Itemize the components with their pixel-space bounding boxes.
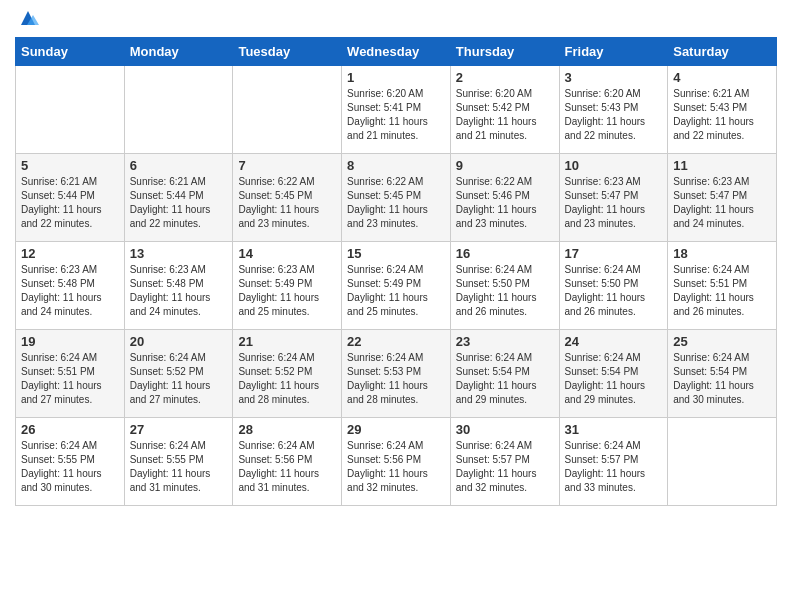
calendar-cell: 21Sunrise: 6:24 AMSunset: 5:52 PMDayligh…	[233, 330, 342, 418]
day-number: 17	[565, 246, 663, 261]
day-info: Sunrise: 6:23 AMSunset: 5:48 PMDaylight:…	[21, 263, 119, 319]
day-number: 11	[673, 158, 771, 173]
day-number: 20	[130, 334, 228, 349]
calendar-table: SundayMondayTuesdayWednesdayThursdayFrid…	[15, 37, 777, 506]
day-header-sunday: Sunday	[16, 38, 125, 66]
day-info: Sunrise: 6:23 AMSunset: 5:47 PMDaylight:…	[565, 175, 663, 231]
day-number: 12	[21, 246, 119, 261]
day-number: 7	[238, 158, 336, 173]
day-number: 29	[347, 422, 445, 437]
day-info: Sunrise: 6:24 AMSunset: 5:55 PMDaylight:…	[130, 439, 228, 495]
day-number: 8	[347, 158, 445, 173]
day-info: Sunrise: 6:24 AMSunset: 5:56 PMDaylight:…	[347, 439, 445, 495]
calendar-cell: 28Sunrise: 6:24 AMSunset: 5:56 PMDayligh…	[233, 418, 342, 506]
day-info: Sunrise: 6:24 AMSunset: 5:52 PMDaylight:…	[238, 351, 336, 407]
day-header-saturday: Saturday	[668, 38, 777, 66]
calendar-cell: 30Sunrise: 6:24 AMSunset: 5:57 PMDayligh…	[450, 418, 559, 506]
calendar-cell: 14Sunrise: 6:23 AMSunset: 5:49 PMDayligh…	[233, 242, 342, 330]
logo-icon	[17, 7, 39, 29]
day-info: Sunrise: 6:21 AMSunset: 5:43 PMDaylight:…	[673, 87, 771, 143]
day-number: 3	[565, 70, 663, 85]
calendar-cell: 7Sunrise: 6:22 AMSunset: 5:45 PMDaylight…	[233, 154, 342, 242]
day-number: 19	[21, 334, 119, 349]
day-number: 10	[565, 158, 663, 173]
day-number: 16	[456, 246, 554, 261]
day-info: Sunrise: 6:24 AMSunset: 5:50 PMDaylight:…	[456, 263, 554, 319]
day-number: 15	[347, 246, 445, 261]
calendar-cell: 24Sunrise: 6:24 AMSunset: 5:54 PMDayligh…	[559, 330, 668, 418]
calendar-cell: 12Sunrise: 6:23 AMSunset: 5:48 PMDayligh…	[16, 242, 125, 330]
calendar-cell	[668, 418, 777, 506]
day-number: 1	[347, 70, 445, 85]
calendar-cell	[233, 66, 342, 154]
calendar-cell: 22Sunrise: 6:24 AMSunset: 5:53 PMDayligh…	[342, 330, 451, 418]
calendar-cell: 23Sunrise: 6:24 AMSunset: 5:54 PMDayligh…	[450, 330, 559, 418]
day-info: Sunrise: 6:23 AMSunset: 5:47 PMDaylight:…	[673, 175, 771, 231]
day-header-monday: Monday	[124, 38, 233, 66]
day-number: 5	[21, 158, 119, 173]
day-info: Sunrise: 6:23 AMSunset: 5:48 PMDaylight:…	[130, 263, 228, 319]
day-number: 25	[673, 334, 771, 349]
calendar-cell: 8Sunrise: 6:22 AMSunset: 5:45 PMDaylight…	[342, 154, 451, 242]
day-info: Sunrise: 6:20 AMSunset: 5:41 PMDaylight:…	[347, 87, 445, 143]
header	[15, 10, 777, 29]
day-header-wednesday: Wednesday	[342, 38, 451, 66]
day-number: 28	[238, 422, 336, 437]
day-info: Sunrise: 6:24 AMSunset: 5:56 PMDaylight:…	[238, 439, 336, 495]
day-header-tuesday: Tuesday	[233, 38, 342, 66]
day-info: Sunrise: 6:24 AMSunset: 5:54 PMDaylight:…	[673, 351, 771, 407]
day-number: 21	[238, 334, 336, 349]
calendar-cell: 10Sunrise: 6:23 AMSunset: 5:47 PMDayligh…	[559, 154, 668, 242]
calendar-cell	[16, 66, 125, 154]
calendar-cell: 9Sunrise: 6:22 AMSunset: 5:46 PMDaylight…	[450, 154, 559, 242]
calendar-cell: 6Sunrise: 6:21 AMSunset: 5:44 PMDaylight…	[124, 154, 233, 242]
day-info: Sunrise: 6:24 AMSunset: 5:57 PMDaylight:…	[456, 439, 554, 495]
day-number: 31	[565, 422, 663, 437]
calendar-cell: 4Sunrise: 6:21 AMSunset: 5:43 PMDaylight…	[668, 66, 777, 154]
day-info: Sunrise: 6:24 AMSunset: 5:51 PMDaylight:…	[21, 351, 119, 407]
day-info: Sunrise: 6:24 AMSunset: 5:49 PMDaylight:…	[347, 263, 445, 319]
day-info: Sunrise: 6:24 AMSunset: 5:54 PMDaylight:…	[456, 351, 554, 407]
calendar-cell: 19Sunrise: 6:24 AMSunset: 5:51 PMDayligh…	[16, 330, 125, 418]
page: SundayMondayTuesdayWednesdayThursdayFrid…	[0, 0, 792, 612]
day-info: Sunrise: 6:24 AMSunset: 5:50 PMDaylight:…	[565, 263, 663, 319]
calendar-cell: 18Sunrise: 6:24 AMSunset: 5:51 PMDayligh…	[668, 242, 777, 330]
calendar-cell: 26Sunrise: 6:24 AMSunset: 5:55 PMDayligh…	[16, 418, 125, 506]
calendar-cell: 27Sunrise: 6:24 AMSunset: 5:55 PMDayligh…	[124, 418, 233, 506]
calendar-cell: 31Sunrise: 6:24 AMSunset: 5:57 PMDayligh…	[559, 418, 668, 506]
calendar-cell: 1Sunrise: 6:20 AMSunset: 5:41 PMDaylight…	[342, 66, 451, 154]
calendar-cell: 17Sunrise: 6:24 AMSunset: 5:50 PMDayligh…	[559, 242, 668, 330]
day-info: Sunrise: 6:24 AMSunset: 5:53 PMDaylight:…	[347, 351, 445, 407]
calendar-cell: 25Sunrise: 6:24 AMSunset: 5:54 PMDayligh…	[668, 330, 777, 418]
day-info: Sunrise: 6:23 AMSunset: 5:49 PMDaylight:…	[238, 263, 336, 319]
day-header-friday: Friday	[559, 38, 668, 66]
day-info: Sunrise: 6:21 AMSunset: 5:44 PMDaylight:…	[130, 175, 228, 231]
day-info: Sunrise: 6:21 AMSunset: 5:44 PMDaylight:…	[21, 175, 119, 231]
calendar-cell: 3Sunrise: 6:20 AMSunset: 5:43 PMDaylight…	[559, 66, 668, 154]
day-info: Sunrise: 6:22 AMSunset: 5:46 PMDaylight:…	[456, 175, 554, 231]
calendar-cell: 29Sunrise: 6:24 AMSunset: 5:56 PMDayligh…	[342, 418, 451, 506]
day-number: 23	[456, 334, 554, 349]
calendar-cell: 5Sunrise: 6:21 AMSunset: 5:44 PMDaylight…	[16, 154, 125, 242]
calendar-cell: 15Sunrise: 6:24 AMSunset: 5:49 PMDayligh…	[342, 242, 451, 330]
calendar-cell: 2Sunrise: 6:20 AMSunset: 5:42 PMDaylight…	[450, 66, 559, 154]
day-number: 2	[456, 70, 554, 85]
day-info: Sunrise: 6:24 AMSunset: 5:57 PMDaylight:…	[565, 439, 663, 495]
calendar-cell: 11Sunrise: 6:23 AMSunset: 5:47 PMDayligh…	[668, 154, 777, 242]
day-info: Sunrise: 6:22 AMSunset: 5:45 PMDaylight:…	[238, 175, 336, 231]
logo	[15, 15, 39, 29]
day-info: Sunrise: 6:20 AMSunset: 5:43 PMDaylight:…	[565, 87, 663, 143]
calendar-cell: 20Sunrise: 6:24 AMSunset: 5:52 PMDayligh…	[124, 330, 233, 418]
day-info: Sunrise: 6:24 AMSunset: 5:54 PMDaylight:…	[565, 351, 663, 407]
day-number: 13	[130, 246, 228, 261]
day-number: 6	[130, 158, 228, 173]
calendar-cell: 16Sunrise: 6:24 AMSunset: 5:50 PMDayligh…	[450, 242, 559, 330]
day-number: 18	[673, 246, 771, 261]
day-number: 4	[673, 70, 771, 85]
day-info: Sunrise: 6:22 AMSunset: 5:45 PMDaylight:…	[347, 175, 445, 231]
day-info: Sunrise: 6:24 AMSunset: 5:52 PMDaylight:…	[130, 351, 228, 407]
day-info: Sunrise: 6:24 AMSunset: 5:55 PMDaylight:…	[21, 439, 119, 495]
calendar-cell: 13Sunrise: 6:23 AMSunset: 5:48 PMDayligh…	[124, 242, 233, 330]
day-number: 24	[565, 334, 663, 349]
day-header-thursday: Thursday	[450, 38, 559, 66]
